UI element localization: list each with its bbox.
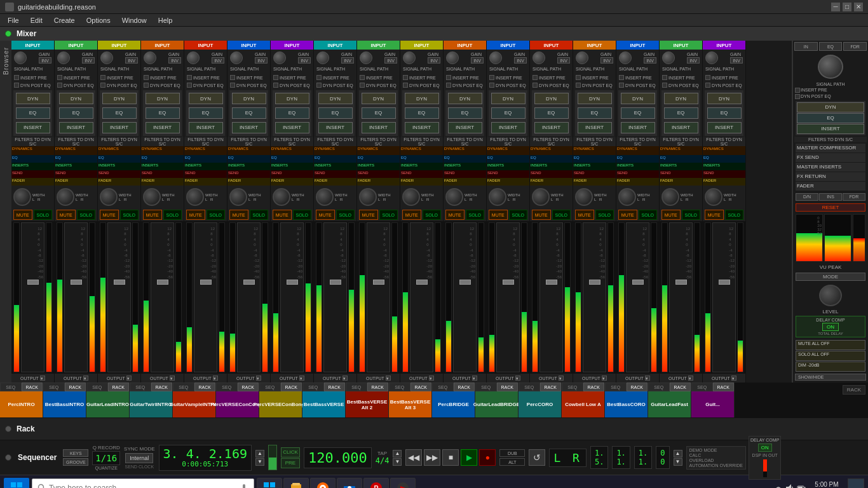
track-name-15[interactable]: BestBassCORO bbox=[605, 391, 648, 417]
ch-ins-lbl-1[interactable]: INSERTS bbox=[11, 163, 54, 170]
rack-tab-5[interactable]: RACK bbox=[194, 383, 216, 391]
ch-inv-btn-16[interactable]: INV bbox=[687, 57, 700, 64]
ch-mute-btn-17[interactable]: MUTE bbox=[705, 210, 724, 220]
ch-send-lbl-16[interactable]: SEND bbox=[660, 170, 702, 178]
ch-mute-btn-1[interactable]: MUTE bbox=[13, 210, 32, 220]
ch-output-arrow-2[interactable]: ▾ bbox=[83, 376, 88, 381]
ch-insert-btn-3[interactable]: INSERT bbox=[102, 122, 137, 133]
ch-ins-lbl-8[interactable]: INSERTS bbox=[314, 163, 356, 170]
ch-width-knob-5[interactable] bbox=[186, 188, 204, 206]
ch-dyn-lbl-2[interactable]: DYNAMICS bbox=[55, 146, 97, 155]
ch-fader-lbl-10[interactable]: FADER bbox=[400, 178, 443, 186]
rack-tab-6[interactable]: RACK bbox=[238, 383, 259, 391]
ch-eq-btn-15[interactable]: EQ bbox=[621, 107, 655, 119]
ch-width-knob-12[interactable] bbox=[489, 188, 506, 206]
track-name-16[interactable]: GuitarLeadFast bbox=[648, 391, 691, 417]
ch-gain-knob-14[interactable] bbox=[576, 51, 588, 64]
ch-mute-btn-9[interactable]: MUTE bbox=[359, 210, 378, 220]
ch-inv-btn-6[interactable]: INV bbox=[255, 57, 268, 64]
ch-output-arrow-16[interactable]: ▾ bbox=[688, 376, 693, 381]
ch-dyn-lbl-7[interactable]: DYNAMICS bbox=[271, 146, 313, 155]
ch-output-arrow-6[interactable]: ▾ bbox=[256, 376, 261, 381]
taskbar-app-4[interactable] bbox=[337, 478, 362, 489]
rack-tab-12[interactable]: RACK bbox=[497, 383, 519, 391]
ch-eq-btn-1[interactable]: EQ bbox=[16, 107, 50, 119]
ch-dyn-post-cb-4[interactable] bbox=[144, 83, 149, 88]
ch-dyn-post-cb-13[interactable] bbox=[532, 83, 538, 88]
ch-send-lbl-12[interactable]: SEND bbox=[487, 170, 529, 178]
ch-dyn-btn-8[interactable]: DYN bbox=[318, 93, 353, 104]
ch-dyn-btn-6[interactable]: DYN bbox=[232, 93, 266, 104]
ch-width-knob-3[interactable] bbox=[100, 188, 118, 206]
ch-dyn-post-cb-1[interactable] bbox=[14, 83, 19, 88]
track-name-2[interactable]: BestBassINTRO bbox=[43, 391, 86, 417]
show-hide-button[interactable]: SHOW/HIDE bbox=[795, 374, 866, 381]
menu-file[interactable]: File bbox=[3, 15, 24, 25]
menu-options[interactable]: Options bbox=[81, 15, 116, 25]
ch-send-lbl-8[interactable]: SEND bbox=[314, 170, 356, 178]
ch-insert-pre-cb-9[interactable] bbox=[360, 75, 365, 80]
ch-solo-btn-7[interactable]: SOLO bbox=[293, 210, 312, 220]
ch-fader-track-7[interactable]: 12840-4-8-12-20-40-56 bbox=[280, 222, 304, 372]
ch-fader-handle-10[interactable] bbox=[416, 280, 428, 285]
ch-eq-lbl-10[interactable]: EQ bbox=[400, 155, 443, 163]
ch-insert-btn-11[interactable]: INSERT bbox=[448, 122, 482, 133]
ch-insert-btn-6[interactable]: INSERT bbox=[232, 122, 266, 133]
ch-mute-btn-4[interactable]: MUTE bbox=[143, 210, 162, 220]
master-eq-block-btn[interactable]: EQ bbox=[797, 113, 864, 123]
ch-ins-lbl-12[interactable]: INSERTS bbox=[487, 163, 529, 170]
mode-button[interactable]: MODE bbox=[796, 273, 865, 281]
ch-fader-handle-7[interactable] bbox=[287, 280, 298, 285]
master-dyn-btn[interactable]: DYN bbox=[797, 102, 864, 112]
master-inserts-row[interactable]: MASTER INSERTS bbox=[796, 163, 865, 172]
groove-button[interactable]: GROOVE bbox=[63, 458, 88, 466]
ch-dyn-btn-14[interactable]: DYN bbox=[578, 93, 612, 104]
ch-insert-pre-cb-5[interactable] bbox=[187, 75, 192, 80]
ch-insert-btn-10[interactable]: INSERT bbox=[405, 122, 439, 133]
ch-fader-handle-17[interactable] bbox=[719, 280, 730, 285]
ch-insert-btn-7[interactable]: INSERT bbox=[275, 122, 309, 133]
record-button[interactable]: ● bbox=[479, 449, 496, 466]
ch-dyn-btn-9[interactable]: DYN bbox=[362, 93, 396, 104]
ch-send-lbl-9[interactable]: SEND bbox=[357, 170, 400, 178]
ch-width-knob-15[interactable] bbox=[618, 188, 636, 206]
start-button[interactable] bbox=[4, 478, 29, 489]
ch-eq-btn-12[interactable]: EQ bbox=[491, 107, 526, 119]
minimize-button[interactable]: ─ bbox=[831, 3, 840, 11]
lr-up-arrow[interactable]: ▲ bbox=[674, 450, 682, 458]
ch-fader-track-4[interactable]: 12840-4-8-12-20-40-56 bbox=[151, 222, 174, 372]
ch-width-knob-2[interactable] bbox=[57, 188, 74, 206]
ch-solo-btn-4[interactable]: SOLO bbox=[163, 210, 182, 220]
ch-gain-knob-8[interactable] bbox=[316, 51, 329, 64]
ch-ins-lbl-11[interactable]: INSERTS bbox=[444, 163, 486, 170]
ch-ins-lbl-14[interactable]: INSERTS bbox=[573, 163, 616, 170]
ch-output-arrow-7[interactable]: ▾ bbox=[299, 376, 304, 381]
stop-button[interactable]: ■ bbox=[442, 449, 459, 466]
ch-fader-track-6[interactable]: 12840-4-8-12-20-40-56 bbox=[237, 222, 261, 372]
ch-insert-pre-cb-15[interactable] bbox=[619, 75, 624, 80]
ch-fader-lbl-13[interactable]: FADER bbox=[530, 178, 573, 186]
ch-fader-track-5[interactable]: 12840-4-8-12-20-40-56 bbox=[194, 222, 217, 372]
ch-fader-track-10[interactable]: 12840-4-8-12-20-40-56 bbox=[410, 222, 433, 372]
ch-insert-pre-cb-7[interactable] bbox=[273, 75, 278, 80]
ch-eq-lbl-11[interactable]: EQ bbox=[444, 155, 486, 163]
ch-dyn-btn-7[interactable]: DYN bbox=[275, 93, 309, 104]
ch-dyn-post-cb-17[interactable] bbox=[705, 83, 710, 88]
ch-eq-btn-3[interactable]: EQ bbox=[102, 107, 137, 119]
master-dyn-checkbox[interactable] bbox=[795, 94, 800, 99]
ch-eq-btn-6[interactable]: EQ bbox=[232, 107, 266, 119]
ch-insert-pre-cb-16[interactable] bbox=[662, 75, 667, 80]
ch-output-arrow-14[interactable]: ▾ bbox=[602, 376, 607, 381]
ch-ins-lbl-3[interactable]: INSERTS bbox=[98, 163, 140, 170]
ch-fader-lbl-7[interactable]: FADER bbox=[271, 178, 313, 186]
ch-insert-btn-1[interactable]: INSERT bbox=[16, 122, 50, 133]
seq-tab-13[interactable]: SEQ bbox=[519, 383, 540, 391]
ch-fader-handle-5[interactable] bbox=[200, 280, 212, 285]
ch-eq-btn-9[interactable]: EQ bbox=[362, 107, 396, 119]
tempo-up-arrow[interactable]: ▲ bbox=[393, 450, 402, 458]
track-name-13[interactable]: PercCORO bbox=[519, 391, 561, 417]
play-button[interactable]: ▶ bbox=[461, 449, 477, 466]
master-fx-return-row[interactable]: FX RETURN bbox=[796, 172, 865, 181]
ch-insert-pre-cb-3[interactable] bbox=[100, 75, 105, 80]
master-dyn-right-btn[interactable]: D/N bbox=[796, 193, 818, 201]
